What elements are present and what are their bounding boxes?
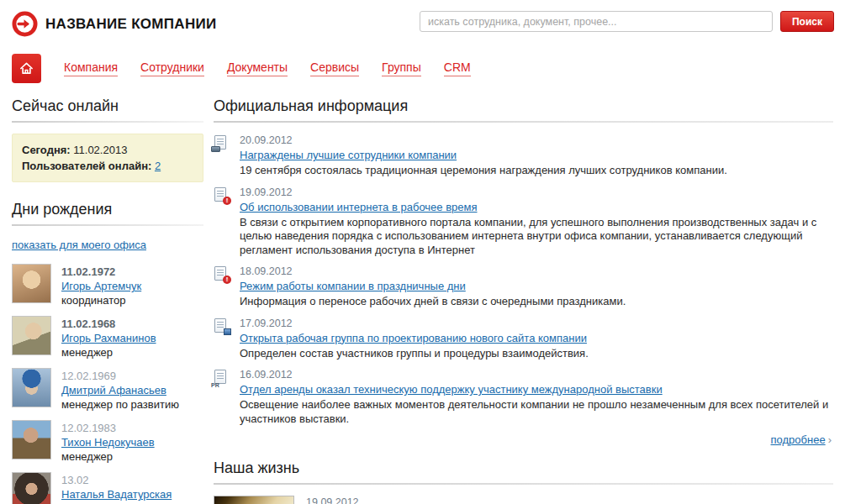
employee-position: менеджер <box>61 345 156 360</box>
life-section-title: Наша жизнь <box>214 459 833 477</box>
employee-position: менеджер <box>61 449 155 464</box>
news-date: 16.09.2012 <box>240 368 833 381</box>
company-logo[interactable]: НАЗВАНИЕ КОМПАНИИ <box>12 11 217 37</box>
main-navigation: Компания Сотрудники Документы Сервисы Гр… <box>0 42 845 84</box>
news-item: 17.09.2012 Открыта рабочая группа по про… <box>214 317 833 361</box>
employee-avatar[interactable] <box>12 420 51 459</box>
office-filter-link[interactable]: показать для моего офиса <box>12 239 146 251</box>
news-title-link[interactable]: Режим работы компании в праздничные дни <box>240 280 466 292</box>
intranet-portal-page: НАЗВАНИЕ КОМПАНИИ Поиск Компания Сотрудн… <box>0 0 845 504</box>
employee-position: менеджер по развитию <box>61 397 179 412</box>
news-text: В связи с открытием корпоративного порта… <box>240 216 833 258</box>
news-title-link[interactable]: Об использовании интернета в рабочее вре… <box>240 201 478 213</box>
search-bar: Поиск <box>420 11 834 32</box>
online-section-title: Сейчас онлайн <box>12 97 203 115</box>
chevron-right-icon: › <box>828 433 832 446</box>
news-text: Освещение наиболее важных моментов деяте… <box>240 398 833 426</box>
employee-name-link[interactable]: Тихон Недокучаев <box>61 436 155 449</box>
home-button[interactable] <box>12 54 41 83</box>
wedding-rings-photo[interactable] <box>214 496 294 504</box>
employee-name-link[interactable]: Игорь Рахманинов <box>61 332 156 344</box>
nav-item-employees[interactable]: Сотрудники <box>140 60 204 76</box>
employee-avatar[interactable] <box>12 368 51 407</box>
company-name: НАЗВАНИЕ КОМПАНИИ <box>45 16 217 33</box>
section-divider <box>214 483 833 485</box>
birthday-date: 12.02.1969 <box>61 369 179 383</box>
content-area: Сейчас онлайн Сегодня: 11.02.2013 Пользо… <box>0 84 845 504</box>
news-item: 16.09.2012 Отдел аренды оказал техническ… <box>214 368 833 426</box>
section-divider <box>12 121 203 123</box>
nav-item-groups[interactable]: Группы <box>382 60 421 76</box>
birthday-list-item: 12.02.1983 Тихон Недокучаев менеджер <box>12 420 203 464</box>
online-users-label: Пользователей онлайн: <box>22 160 151 172</box>
section-divider <box>12 224 203 226</box>
news-text: Информация о переносе рабочих дней в свя… <box>240 295 626 309</box>
birthday-info: 13.02 Наталья Вадатурская менеджер по ра… <box>61 472 179 504</box>
birthday-info: 12.02.1969 Дмитрий Афанасьев менеджер по… <box>61 368 179 412</box>
news-text: Определен состав участников группы и про… <box>240 347 589 361</box>
birthday-info: 11.02.1972 Игорь Артемчук координатор <box>61 264 141 307</box>
news-date: 19.09.2012 <box>306 496 832 504</box>
nav-item-company[interactable]: Компания <box>64 60 118 76</box>
news-item: 19.09.2012 Об использовании интернета в … <box>214 186 833 258</box>
employee-name-link[interactable]: Наталья Вадатурская <box>61 488 172 501</box>
news-body: 19.09.2012 Об использовании интернета в … <box>240 186 833 258</box>
employee-avatar[interactable] <box>12 264 51 303</box>
news-alert-icon <box>214 187 229 204</box>
birthday-date: 12.02.1983 <box>61 421 155 435</box>
today-date: 11.02.2013 <box>73 144 127 156</box>
employee-avatar[interactable] <box>12 316 51 355</box>
nav-item-documents[interactable]: Документы <box>227 60 288 76</box>
employee-name-link[interactable]: Дмитрий Афанасьев <box>61 384 166 396</box>
news-body: 16.09.2012 Отдел аренды оказал техническ… <box>240 368 833 426</box>
section-divider <box>214 121 833 123</box>
news-body: 18.09.2012 Режим работы компании в празд… <box>240 265 626 309</box>
news-date: 17.09.2012 <box>240 317 589 330</box>
more-row: подробнее› <box>214 433 832 446</box>
home-icon <box>19 61 34 76</box>
birthday-list-item: 12.02.1969 Дмитрий Афанасьев менеджер по… <box>12 368 203 412</box>
news-title-link[interactable]: Отдел аренды оказал техническую поддержк… <box>240 383 663 396</box>
news-body: 19.09.2012 Поздравляем с Днем Свадьбы! В… <box>306 496 832 504</box>
news-item: 20.09.2012 Награждены лучшие сотрудники … <box>214 134 833 178</box>
life-section: Наша жизнь 19.09.2012 Поздравляем с Днем… <box>214 459 833 504</box>
news-body: 20.09.2012 Награждены лучшие сотрудники … <box>240 134 727 178</box>
birthday-list-item: 11.02.1968 Игорь Рахманинов менеджер <box>12 316 203 360</box>
sidebar: Сейчас онлайн Сегодня: 11.02.2013 Пользо… <box>12 94 203 504</box>
news-date: 20.09.2012 <box>240 134 727 147</box>
news-date: 19.09.2012 <box>240 186 833 199</box>
birthday-list-item: 11.02.1972 Игорь Артемчук координатор <box>12 264 203 307</box>
online-count-link[interactable]: 2 <box>155 160 161 172</box>
logo-arrow-circle-icon <box>12 11 38 37</box>
birthday-info: 12.02.1983 Тихон Недокучаев менеджер <box>61 420 155 464</box>
news-item: 18.09.2012 Режим работы компании в празд… <box>214 265 833 309</box>
news-title-link[interactable]: Награждены лучшие сотрудники компании <box>240 149 457 161</box>
search-button[interactable]: Поиск <box>780 11 834 32</box>
header: НАЗВАНИЕ КОМПАНИИ Поиск <box>0 0 845 42</box>
employee-avatar[interactable] <box>12 472 51 504</box>
nav-item-services[interactable]: Сервисы <box>310 60 359 76</box>
news-item: 19.09.2012 Поздравляем с Днем Свадьбы! В… <box>214 496 833 504</box>
birthday-date: 11.02.1972 <box>61 265 141 279</box>
main-column: Официальная информация 20.09.2012 Награж… <box>214 94 833 504</box>
news-title-link[interactable]: Открыта рабочая группа по проектированию… <box>240 332 587 344</box>
online-info-box: Сегодня: 11.02.2013 Пользователей онлайн… <box>12 134 203 182</box>
nav-item-crm[interactable]: CRM <box>444 60 471 76</box>
employee-position: координатор <box>61 293 141 307</box>
today-label: Сегодня: <box>22 144 71 156</box>
birthday-date: 13.02 <box>61 473 179 487</box>
today-row: Сегодня: 11.02.2013 <box>22 142 193 158</box>
news-photo-icon <box>214 318 229 335</box>
news-date: 18.09.2012 <box>240 265 626 278</box>
news-pr-icon <box>214 370 229 386</box>
search-input[interactable] <box>420 11 773 32</box>
online-row: Пользователей онлайн: 2 <box>22 158 193 174</box>
news-alert-icon <box>214 266 229 283</box>
news-text: 19 сентября состоялась традиционная цере… <box>240 164 727 178</box>
birthdays-section-title: Дни рождения <box>12 201 203 218</box>
birthday-list-item: 13.02 Наталья Вадатурская менеджер по ра… <box>12 472 203 504</box>
birthday-info: 11.02.1968 Игорь Рахманинов менеджер <box>61 316 156 360</box>
employee-name-link[interactable]: Игорь Артемчук <box>61 280 141 292</box>
official-section-title: Официальная информация <box>214 97 833 115</box>
more-link[interactable]: подробнее <box>771 433 826 446</box>
